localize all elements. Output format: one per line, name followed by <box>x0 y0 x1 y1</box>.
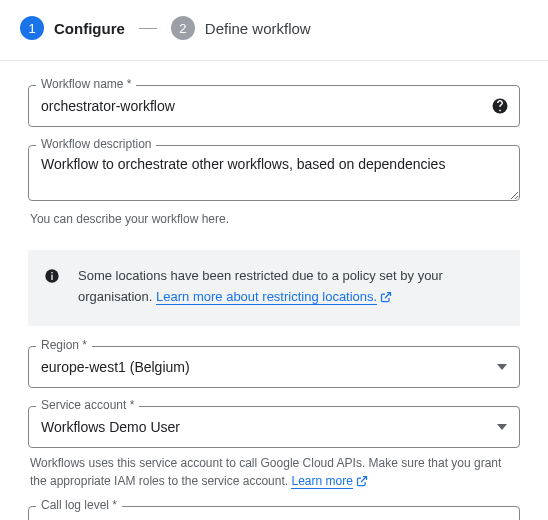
service-account-learn-more[interactable]: Learn more <box>291 474 352 489</box>
help-icon[interactable] <box>490 96 510 116</box>
workflow-description-label: Workflow description <box>36 138 156 150</box>
step2-number: 2 <box>171 16 195 40</box>
external-link-icon <box>356 474 368 492</box>
step-define-workflow[interactable]: 2 Define workflow <box>171 16 311 40</box>
step2-label: Define workflow <box>205 20 311 37</box>
step1-number: 1 <box>20 16 44 40</box>
stepper: 1 Configure 2 Define workflow <box>0 0 548 61</box>
service-account-field: Service account * Workflows Demo User <box>28 406 520 448</box>
service-account-label: Service account * <box>36 399 139 411</box>
region-field: Region * europe-west1 (Belgium) <box>28 346 520 388</box>
call-log-level-field: Call log level * Not specified <box>28 506 520 520</box>
workflow-description-hint: You can describe your workflow here. <box>30 210 518 228</box>
chevron-down-icon <box>497 364 507 370</box>
step-connector <box>139 28 157 29</box>
call-log-level-label: Call log level * <box>36 499 122 511</box>
workflow-description-field: Workflow description <box>28 145 520 204</box>
step-configure[interactable]: 1 Configure <box>20 16 125 40</box>
form-area: Workflow name * Workflow description You… <box>0 61 548 520</box>
region-value: europe-west1 (Belgium) <box>41 359 497 375</box>
step1-label: Configure <box>54 20 125 37</box>
workflow-name-input[interactable] <box>28 85 520 127</box>
service-account-hint: Workflows uses this service account to c… <box>30 454 518 492</box>
chevron-down-icon <box>497 424 507 430</box>
external-link-icon <box>380 289 392 310</box>
region-label: Region * <box>36 339 92 351</box>
info-icon <box>44 268 60 287</box>
service-account-select[interactable]: Workflows Demo User <box>28 406 520 448</box>
banner-link[interactable]: Learn more about restricting locations. <box>156 289 377 305</box>
location-restriction-banner: Some locations have been restricted due … <box>28 250 520 326</box>
workflow-name-label: Workflow name * <box>36 78 136 90</box>
svg-rect-2 <box>51 275 52 280</box>
service-account-value: Workflows Demo User <box>41 419 497 435</box>
banner-text: Some locations have been restricted due … <box>78 266 502 310</box>
workflow-name-field: Workflow name * <box>28 85 520 127</box>
region-select[interactable]: europe-west1 (Belgium) <box>28 346 520 388</box>
workflow-description-input[interactable] <box>28 145 520 201</box>
svg-rect-3 <box>51 272 52 273</box>
service-account-hint-text: Workflows uses this service account to c… <box>30 456 501 488</box>
